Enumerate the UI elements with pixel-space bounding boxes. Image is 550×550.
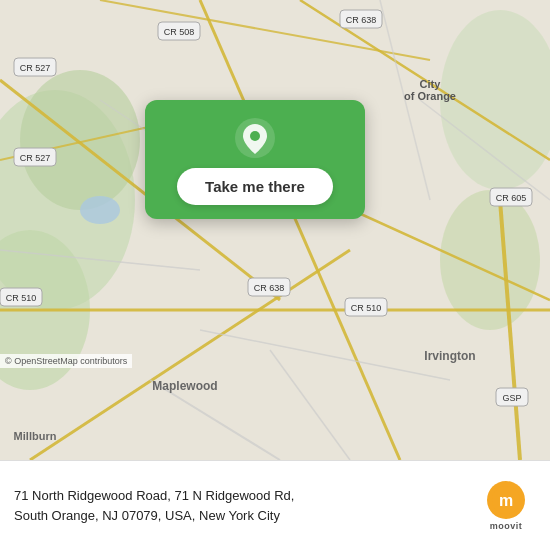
address-line1: 71 North Ridgewood Road, 71 N Ridgewood …	[14, 488, 294, 503]
address-container: 71 North Ridgewood Road, 71 N Ridgewood …	[14, 486, 466, 525]
map-attribution: © OpenStreetMap contributors	[0, 354, 132, 368]
svg-text:CR 638: CR 638	[254, 283, 285, 293]
svg-text:City: City	[420, 78, 442, 90]
svg-text:of Orange: of Orange	[404, 90, 456, 102]
svg-point-2	[20, 70, 140, 210]
svg-text:CR 510: CR 510	[6, 293, 37, 303]
svg-point-47	[250, 131, 260, 141]
moovit-logo: m moovit	[476, 481, 536, 531]
app: CR 527 CR 508 CR 638 CR 527 CR 510 CR 60…	[0, 0, 550, 550]
map-area: CR 527 CR 508 CR 638 CR 527 CR 510 CR 60…	[0, 0, 550, 460]
svg-text:CR 527: CR 527	[20, 63, 51, 73]
bottom-bar: 71 North Ridgewood Road, 71 N Ridgewood …	[0, 460, 550, 550]
svg-text:CR 510: CR 510	[351, 303, 382, 313]
address-line2: South Orange, NJ 07079, USA,	[14, 508, 195, 523]
address-line3: New York City	[199, 508, 280, 523]
svg-text:CR 605: CR 605	[496, 193, 527, 203]
svg-text:CR 527: CR 527	[20, 153, 51, 163]
moovit-svg: m	[492, 486, 520, 514]
svg-text:CR 508: CR 508	[164, 27, 195, 37]
moovit-icon: m	[487, 481, 525, 519]
map-svg: CR 527 CR 508 CR 638 CR 527 CR 510 CR 60…	[0, 0, 550, 460]
svg-text:Irvington: Irvington	[424, 349, 475, 363]
moovit-label: moovit	[490, 521, 523, 531]
svg-text:m: m	[499, 492, 513, 509]
svg-text:GSP: GSP	[502, 393, 521, 403]
svg-point-6	[80, 196, 120, 224]
take-me-there-button[interactable]: Take me there	[177, 168, 333, 205]
location-pin-icon	[235, 118, 275, 158]
tooltip-overlay: Take me there	[145, 100, 365, 219]
svg-text:Maplewood: Maplewood	[152, 379, 217, 393]
svg-text:Millburn: Millburn	[14, 430, 57, 442]
svg-text:CR 638: CR 638	[346, 15, 377, 25]
attribution-text: © OpenStreetMap contributors	[5, 356, 127, 366]
